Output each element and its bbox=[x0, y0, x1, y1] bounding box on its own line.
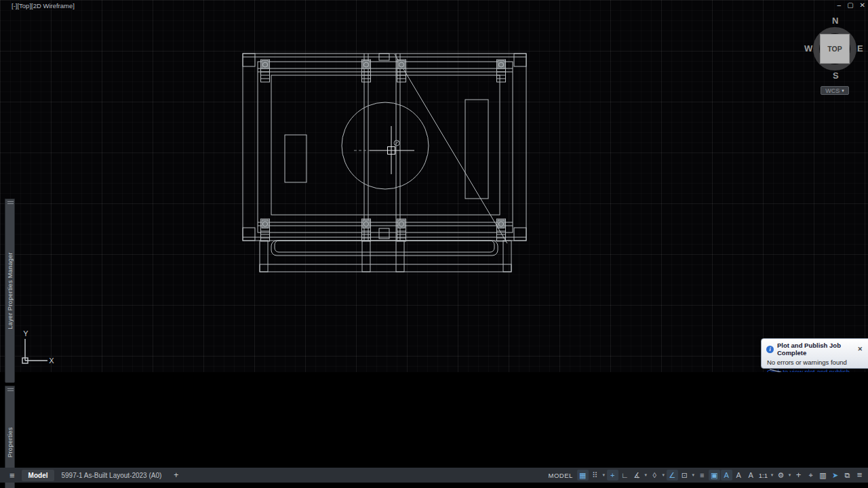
notification-title: Plot and Publish Job Complete bbox=[777, 342, 851, 357]
model-tab[interactable]: Model bbox=[22, 470, 55, 481]
clean-screen-icon[interactable]: ⧉ bbox=[842, 470, 853, 481]
info-icon: i bbox=[766, 346, 774, 353]
annotation-visibility-icon[interactable]: A bbox=[721, 470, 732, 481]
crosshair-cursor bbox=[354, 126, 414, 174]
layer-properties-label: Layer Properties Manager bbox=[7, 252, 14, 329]
autocad-app: { "menubar": { "tabs": ["Home","Insert",… bbox=[0, 0, 868, 488]
ucs-x-label: X bbox=[49, 357, 54, 365]
notification-tail bbox=[767, 369, 821, 372]
model-space-label[interactable]: MODEL bbox=[548, 472, 572, 479]
osnap-tracking-icon[interactable]: ∠ bbox=[667, 470, 678, 481]
drawing-bottom-extension bbox=[260, 241, 511, 272]
drawing-features bbox=[285, 54, 507, 243]
status-toggles: MODEL ▦ ⠿ ▾ + ∟ ∡ ▾ ◊ ▾ ∠ ⊡ ▾ ≡ ▣ A A A … bbox=[548, 470, 868, 481]
annotation-scale-value[interactable]: 1:1 bbox=[757, 472, 769, 479]
new-layout-icon[interactable]: + bbox=[168, 470, 184, 480]
connect-icon[interactable]: ➤ bbox=[829, 470, 841, 481]
snap-mode-icon[interactable]: ⠿ bbox=[589, 470, 601, 481]
ortho-mode-icon[interactable]: ∟ bbox=[619, 470, 631, 481]
status-bar: ≡ Model 5997-1 As-Built Layout-2023 (A0)… bbox=[0, 468, 868, 483]
properties-label: Properties bbox=[7, 427, 14, 458]
hamburger-menu-icon[interactable]: ≡ bbox=[0, 470, 22, 481]
plot-tray-icon[interactable]: ▥ bbox=[817, 470, 829, 481]
ucs-icon: Y X bbox=[22, 329, 54, 365]
close-icon[interactable]: ✕ bbox=[860, 1, 865, 9]
restore-icon[interactable]: ▢ bbox=[847, 1, 853, 9]
polar-tracking-icon[interactable]: ∡ bbox=[631, 470, 643, 481]
viewcube[interactable]: N W E S TOP WCS ▾ bbox=[804, 15, 865, 96]
drawing-canvas[interactable]: Y X [-][Top][2D Wireframe] – ▢ ✕ N W E S… bbox=[0, 0, 868, 372]
notification-header: i Plot and Publish Job Complete ✕ bbox=[762, 339, 868, 357]
plot-notification: i Plot and Publish Job Complete ✕ No err… bbox=[761, 338, 868, 369]
drawing-window-controls: – ▢ ✕ bbox=[837, 1, 865, 9]
ucs-y-label: Y bbox=[23, 329, 28, 338]
workspace-gear-icon[interactable]: ⚙ bbox=[775, 470, 787, 481]
object-snap-icon[interactable]: ⊡ bbox=[679, 470, 690, 481]
drawing-main-frame bbox=[243, 54, 526, 241]
cad-drawing: Y X bbox=[0, 0, 868, 372]
wcs-selector[interactable]: WCS ▾ bbox=[821, 86, 849, 95]
sidebar-tab-layer-properties[interactable]: Layer Properties Manager bbox=[5, 199, 15, 383]
viewcube-east[interactable]: E bbox=[857, 43, 863, 54]
tab-grip-icon bbox=[7, 388, 14, 391]
customization-menu-icon[interactable]: ≡ bbox=[854, 470, 865, 481]
drawing-bolts bbox=[261, 60, 506, 241]
viewport-label[interactable]: [-][Top][2D Wireframe] bbox=[12, 2, 75, 9]
viewcube-west[interactable]: W bbox=[804, 43, 812, 54]
chevron-down-icon[interactable]: ▾ bbox=[644, 472, 648, 478]
chevron-down-icon[interactable]: ▾ bbox=[601, 472, 606, 478]
drawing-center-columns bbox=[364, 54, 400, 241]
lineweight-icon[interactable]: ≡ bbox=[696, 470, 708, 481]
chevron-down-icon[interactable]: ▾ bbox=[661, 472, 666, 478]
annotation-autoscale-icon[interactable]: A bbox=[733, 470, 745, 481]
viewcube-top-face[interactable]: TOP bbox=[820, 34, 850, 64]
selection-cycling-icon[interactable]: ▣ bbox=[709, 470, 720, 481]
customization-plus-icon[interactable]: + bbox=[793, 470, 804, 481]
layout-tab[interactable]: 5997-1 As-Built Layout-2023 (A0) bbox=[54, 470, 168, 481]
viewcube-south[interactable]: S bbox=[833, 70, 839, 81]
notification-body: No errors or warnings found bbox=[762, 357, 868, 366]
annotation-scale-icon[interactable]: A bbox=[745, 470, 757, 481]
minimize-icon[interactable]: – bbox=[837, 1, 842, 9]
chevron-down-icon: ▾ bbox=[842, 88, 844, 93]
isodraft-icon[interactable]: ◊ bbox=[649, 470, 660, 481]
chevron-down-icon[interactable]: ▾ bbox=[787, 472, 792, 478]
grid-icon[interactable]: ▦ bbox=[577, 470, 589, 481]
tab-grip-icon bbox=[7, 201, 14, 204]
chevron-down-icon[interactable]: ▾ bbox=[691, 472, 696, 478]
isolate-objects-icon[interactable]: ⌖ bbox=[805, 470, 816, 481]
viewcube-north[interactable]: N bbox=[832, 16, 838, 26]
notification-close-icon[interactable]: ✕ bbox=[854, 345, 865, 353]
chevron-down-icon[interactable]: ▾ bbox=[770, 472, 774, 478]
dynamic-input-icon[interactable]: + bbox=[607, 470, 618, 481]
wcs-label: WCS bbox=[825, 87, 840, 94]
